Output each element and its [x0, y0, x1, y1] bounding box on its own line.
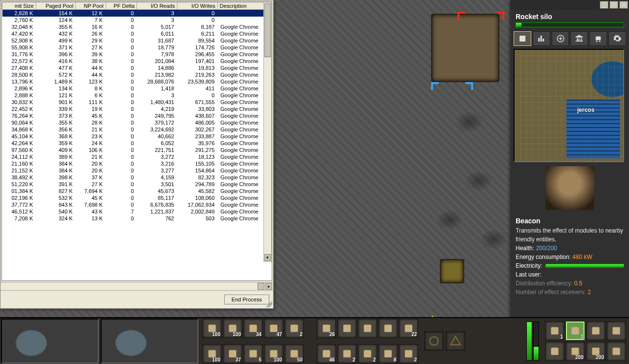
hotbar-slot-splitter[interactable]: 100 [223, 319, 242, 338]
table-row[interactable]: 22,572 K416 K38 K0201,084197,401Google C… [2, 58, 272, 64]
hotbar-slot-chain-signal[interactable]: 5 [243, 344, 263, 364]
table-row[interactable]: 55,908 K371 K27 K018,779174,726Google Ch… [2, 44, 272, 51]
table-row[interactable]: 01,384 K827 K7,694 K045,67345,582Google … [2, 188, 272, 194]
table-row[interactable]: 2,896 K134 K8 K01,418411Google Chrome [2, 85, 272, 92]
table-row[interactable]: 46,512 K540 K43 K71,221,8372,002,849Goog… [2, 208, 272, 215]
hotbar-slot-armor[interactable] [545, 342, 564, 361]
scroll-down-arrow-icon[interactable]: ▾ [264, 254, 271, 261]
table-cell: 45 K [76, 194, 106, 201]
hotbar-slot-pistol[interactable] [586, 321, 606, 341]
hotbar-slot-copper-plate[interactable] [337, 319, 357, 338]
table-cell: 762 [137, 215, 177, 222]
slot-count: 200 [596, 355, 604, 360]
table-row[interactable]: 47,420 K432 K26 K06,0116,211Google Chrom… [2, 30, 272, 37]
minimize-button[interactable]: _ [600, 1, 608, 9]
table-row[interactable]: 30,832 K901 K111 K01,480,431671,555Googl… [2, 99, 272, 106]
table-cell: 0 [106, 126, 137, 133]
hotbar-slot-repair-pack[interactable]: 1 [565, 321, 585, 341]
hotbar-slot-piercing-ammo[interactable]: 200 [586, 342, 606, 361]
table-row[interactable]: 97,560 K409 K106 K0221,751291,275Google … [2, 147, 272, 153]
table-row[interactable]: 38,492 K398 K37 K04,15982,323Google Chro… [2, 174, 272, 181]
tab-settings[interactable] [608, 31, 626, 46]
maximize-button[interactable]: □ [609, 1, 618, 9]
hotbar-slot-smg[interactable] [607, 321, 626, 341]
table-row[interactable]: 51,220 K391 K27 K03,501294,789Google Chr… [2, 181, 272, 188]
table-cell: 35,976 [177, 140, 217, 147]
table-cell: 8 K [76, 85, 106, 92]
hotbar-slot-belt[interactable]: 100 [202, 319, 222, 338]
hotbar-slot-steel[interactable] [358, 319, 377, 338]
tab-map[interactable] [514, 31, 531, 46]
hotbar-slot-gear[interactable]: 46 [317, 344, 336, 364]
table-row[interactable]: 28,500 K572 K44 K0213,982219,263Google C… [2, 71, 272, 78]
column-header[interactable]: mit Size [2, 2, 36, 10]
table-row[interactable]: 13,796 K1,489 K123 K028,688,07623,539,80… [2, 78, 272, 85]
table-row[interactable]: 24,112 K389 K21 K03,27218,123Google Chro… [2, 153, 272, 160]
scrollbar-thumb[interactable] [258, 283, 264, 290]
hotbar-slot-iron-plate[interactable]: 26 [317, 319, 336, 338]
table-cell: 0 [106, 71, 137, 78]
hotbar-slot-fast-belt[interactable]: 34 [243, 319, 263, 338]
scroll-right-arrow-icon[interactable]: ▸ [265, 283, 272, 290]
hotbar-slot-plastic[interactable] [378, 319, 398, 338]
hotbar-slot-train-stop[interactable]: 100 [264, 344, 283, 364]
svg-rect-33 [612, 347, 620, 355]
table-row[interactable]: 52,908 K499 K29 K031,68789,554Google Chr… [2, 37, 272, 44]
hotbar-slot-pipe-to-ground[interactable]: 2 [358, 344, 377, 364]
tab-train[interactable] [589, 31, 607, 46]
close-button[interactable]: ✕ [619, 1, 628, 9]
table-row[interactable]: 21,152 K384 K20 K03,277154,864Google Chr… [2, 167, 272, 174]
vertical-scrollbar[interactable]: ▾ [263, 2, 272, 262]
column-header[interactable]: PF Delta [106, 2, 137, 10]
hotbar-slot-electric-engine[interactable]: 2 [399, 344, 418, 364]
table-row[interactable]: 42,264 K359 K24 K06,05235,976Google Chro… [2, 140, 272, 147]
table-row[interactable]: 2,760 K124 K7 K030 [2, 17, 272, 23]
column-header[interactable]: NP Pool [76, 2, 106, 10]
hotbar-slot-rail[interactable]: 100 [202, 344, 222, 364]
table-cell: 40,662 [137, 133, 177, 140]
table-cell: 355 K [36, 119, 76, 126]
tab-research[interactable] [570, 31, 588, 46]
hotbar-slot-locomotive[interactable]: 50 [284, 344, 304, 364]
table-row[interactable]: 45,104 K368 K23 K040,662233,887Google Ch… [2, 133, 272, 140]
table-row[interactable]: 2,828 K154 K12 K030 [2, 10, 272, 17]
table-row[interactable]: 7,208 K324 K13 K0762503Google Chrome [2, 215, 272, 222]
table-row[interactable]: 76,264 K373 K45 K0249,795438,607Google C… [2, 112, 272, 119]
tab-production[interactable] [533, 31, 550, 46]
module-slot[interactable] [446, 331, 465, 351]
hotbar-slot-ammo[interactable]: 200 [565, 342, 585, 361]
process-table-scroll[interactable]: mit SizePaged PoolNP PoolPF DeltaI/O Rea… [1, 1, 272, 281]
scrollbar-thumb[interactable] [264, 3, 271, 57]
resize-grip-icon[interactable] [265, 300, 272, 307]
hotbar-slot-pipe[interactable]: 2 [337, 344, 357, 364]
column-header[interactable]: Paged Pool [36, 2, 76, 10]
minimap[interactable]: jercos [514, 49, 624, 162]
table-row[interactable]: 21,160 K384 K20 K03,216155,105Google Chr… [2, 160, 272, 167]
tab-add[interactable] [552, 31, 569, 46]
hotbar-slot-signal[interactable]: 37 [223, 344, 242, 364]
table-row[interactable]: 27,408 K477 K44 K014,88619,813Google Chr… [2, 64, 272, 71]
hotbar-slot-underground-belt[interactable]: 47 [264, 319, 283, 338]
table-row[interactable]: 22,452 K339 K19 K04,21933,803Google Chro… [2, 106, 272, 112]
column-header[interactable]: I/O Writes [177, 2, 217, 10]
hotbar-slot-shotgun-shells[interactable] [607, 342, 626, 361]
end-process-button[interactable]: End Process [224, 295, 269, 304]
player-gauges [526, 321, 542, 361]
table-row[interactable]: 2,888 K121 K6 K030Google Chrome [2, 92, 272, 99]
table-row[interactable]: 32,048 K355 K16 K05,0178,187Google Chrom… [2, 23, 272, 30]
table-row[interactable]: 90,064 K355 K28 K0379,172486,005Google C… [2, 119, 272, 126]
table-row[interactable]: 02,196 K532 K45 K085,117108,060Google Ch… [2, 194, 272, 201]
hotbar-slot-pickaxe[interactable]: 1 [545, 321, 564, 341]
table-cell: 55,908 K [2, 44, 36, 51]
hotbar-slot-inserter[interactable]: 2 [284, 319, 304, 338]
table-row[interactable]: 34,868 K356 K21 K03,224,692302,267Google… [2, 126, 272, 133]
table-cell: 14,886 [137, 64, 177, 71]
table-row[interactable]: 31,776 K396 K39 K07,978296,455Google Chr… [2, 51, 272, 58]
hotbar-slot-green-circuit[interactable]: 22 [399, 319, 418, 338]
horizontal-scrollbar[interactable]: ▸ [0, 282, 273, 290]
table-row[interactable]: 37,772 K843 K7,698 K06,676,83517,062,934… [2, 201, 272, 208]
table-cell: 174,726 [177, 44, 217, 51]
hotbar-slot-engine[interactable]: 8 [378, 344, 398, 364]
module-slot[interactable] [424, 331, 444, 351]
column-header[interactable]: I/O Reads [137, 2, 177, 10]
